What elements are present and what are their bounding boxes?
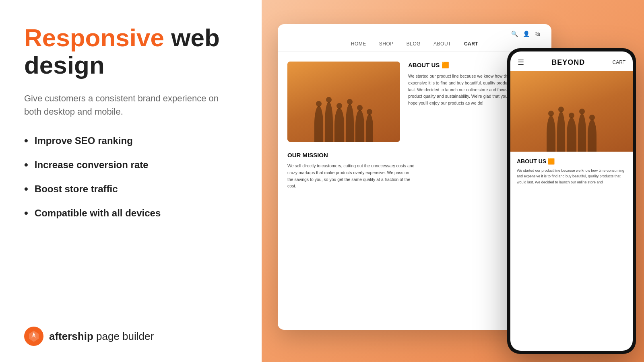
person-silhouette xyxy=(355,110,364,142)
headline-highlight: Responsive xyxy=(24,24,164,51)
person-silhouette xyxy=(334,108,344,142)
desktop-hero-image xyxy=(287,62,400,142)
mobile-about-body: We started our product line because we k… xyxy=(517,168,626,185)
nav-about[interactable]: ABOUT xyxy=(433,41,451,47)
mobile-about-title: ABOUT US 🟧 xyxy=(517,158,626,165)
nav-shop[interactable]: SHOP xyxy=(379,41,394,47)
desktop-nav-links: HOME SHOP BLOG ABOUT CART xyxy=(287,41,542,51)
list-item: Improve SEO ranking xyxy=(24,134,237,147)
mobile-header: ☰ BEYOND CART xyxy=(510,51,633,71)
brand-footer: aftership page builder xyxy=(24,327,237,346)
search-icon: 🔍 xyxy=(511,31,518,37)
desktop-nav: 🔍 👤 🛍 HOME SHOP BLOG ABOUT CART xyxy=(278,24,551,52)
mobile-content: ABOUT US 🟧 We started our product line b… xyxy=(510,152,633,191)
aftership-logo xyxy=(24,327,43,346)
mobile-brand: BEYOND xyxy=(551,58,585,67)
list-item: Compatible with all devices xyxy=(24,207,237,220)
hamburger-icon: ☰ xyxy=(518,58,524,67)
list-item: Increase conversion rate xyxy=(24,158,237,171)
cart-icon: 🛍 xyxy=(535,31,540,37)
left-panel: Responsive web design Give customers a c… xyxy=(0,0,262,362)
right-panel: 🔍 👤 🛍 HOME SHOP BLOG ABOUT CART xyxy=(262,0,644,362)
person-silhouette xyxy=(547,115,555,152)
person-silhouette xyxy=(567,117,576,152)
feature-list: Improve SEO ranking Increase conversion … xyxy=(24,134,237,220)
description: Give customers a consistent brand experi… xyxy=(24,92,233,118)
mobile-hero-image xyxy=(510,71,633,152)
desktop-about-section: ABOUT US 🟧 We started our product line b… xyxy=(287,62,542,142)
mobile-screen: ☰ BEYOND CART ABOUT US 🟧 xyxy=(510,51,633,351)
user-icon: 👤 xyxy=(523,31,530,37)
person-silhouette xyxy=(578,113,586,152)
nav-blog[interactable]: BLOG xyxy=(407,41,421,47)
left-content: Responsive web design Give customers a c… xyxy=(24,24,237,231)
person-silhouette xyxy=(366,114,373,142)
person-silhouette xyxy=(588,119,597,152)
person-silhouette xyxy=(325,102,333,142)
person-silhouette xyxy=(557,111,565,152)
nav-home[interactable]: HOME xyxy=(351,41,366,47)
desktop-mission-body: We sell directly to customers, cutting o… xyxy=(287,162,416,189)
headline: Responsive web design xyxy=(24,24,237,79)
desktop-mission-title: OUR MISSION xyxy=(287,152,542,158)
desktop-mission-section: OUR MISSION We sell directly to customer… xyxy=(287,152,542,189)
nav-cart[interactable]: CART xyxy=(464,41,478,47)
desktop-nav-icons: 🔍 👤 🛍 xyxy=(287,31,542,37)
brand-name: aftership page builder xyxy=(49,330,154,343)
mobile-mockup: ☰ BEYOND CART ABOUT US 🟧 xyxy=(507,48,636,354)
mobile-cart-label: CART xyxy=(613,60,625,65)
list-item: Boost store traffic xyxy=(24,183,237,195)
person-silhouette xyxy=(314,106,323,142)
person-silhouette xyxy=(346,104,354,142)
